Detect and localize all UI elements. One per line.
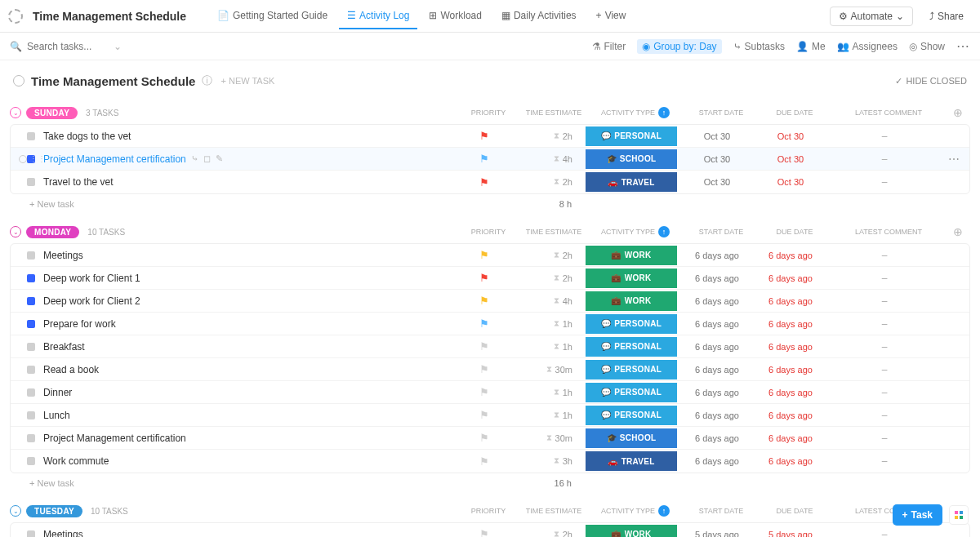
time-estimate[interactable]: ⧗2h [517, 131, 582, 141]
priority-flag[interactable]: ⚑ [452, 295, 517, 307]
latest-comment[interactable]: – [827, 410, 942, 421]
col-priority[interactable]: PRIORITY [456, 228, 521, 236]
time-estimate[interactable]: ⧗2h [517, 530, 582, 538]
col-priority[interactable]: PRIORITY [456, 507, 521, 515]
col-time-estimate[interactable]: TIME ESTIMATE [521, 109, 586, 117]
add-column-button[interactable]: ⊕ [946, 106, 970, 119]
activity-type-cell[interactable]: 🎓SCHOOL [582, 428, 680, 448]
start-date[interactable]: 6 days ago [680, 433, 754, 443]
priority-flag[interactable]: ⚑ [452, 455, 517, 468]
col-start-date[interactable]: START DATE [684, 228, 758, 236]
time-estimate[interactable]: ⧗30m [517, 365, 582, 375]
col-due-date[interactable]: DUE DATE [758, 109, 831, 117]
task-name[interactable]: Deep work for Client 2 [40, 295, 452, 307]
due-date[interactable]: 6 days ago [754, 251, 827, 260]
task-status[interactable] [11, 320, 40, 328]
time-estimate[interactable]: ⧗4h [517, 154, 582, 164]
start-date[interactable]: 6 days ago [680, 411, 754, 420]
task-row[interactable]: Lunch ⚑ ⧗1h 💬PERSONAL 6 days ago 6 days … [11, 404, 969, 427]
col-latest-comment[interactable]: LATEST COMMENT [831, 109, 946, 117]
show-button[interactable]: ◎Show [909, 41, 945, 52]
group-collapse-icon[interactable]: ⌄ [10, 505, 21, 517]
task-status[interactable] [11, 530, 40, 538]
task-row[interactable]: Take dogs to the vet ⚑ ⧗2h 💬PERSONAL Oct… [11, 125, 969, 148]
task-status[interactable] [11, 366, 40, 374]
latest-comment[interactable]: – [827, 433, 942, 444]
due-date[interactable]: 6 days ago [754, 273, 827, 283]
priority-flag[interactable]: ⚑ [452, 130, 517, 142]
col-priority[interactable]: PRIORITY [456, 109, 521, 117]
time-estimate[interactable]: ⧗3h [517, 456, 582, 466]
start-date[interactable]: 6 days ago [680, 456, 754, 466]
new-task-button[interactable]: + New task [10, 478, 451, 488]
activity-type-cell[interactable]: 💼WORK [582, 268, 680, 288]
tab-add-view[interactable]: + View [588, 3, 635, 29]
time-estimate[interactable]: ⧗1h [517, 319, 582, 329]
circle-icon[interactable] [19, 155, 27, 163]
task-name[interactable]: Read a book [40, 364, 452, 375]
task-row[interactable]: ⋮⋮ Project Management certification⤷◻✎ ⚑… [11, 148, 969, 171]
task-row[interactable]: Dinner ⚑ ⧗1h 💬PERSONAL 6 days ago 6 days… [11, 381, 969, 404]
group-badge[interactable]: MONDAY [26, 226, 79, 238]
col-start-date[interactable]: START DATE [684, 507, 758, 515]
col-latest-comment[interactable]: LATEST COMMENT [831, 228, 946, 236]
col-time-estimate[interactable]: TIME ESTIMATE [521, 507, 586, 515]
subtasks-button[interactable]: ⤷Subtasks [733, 41, 785, 52]
col-due-date[interactable]: DUE DATE [758, 228, 831, 236]
time-estimate[interactable]: ⧗2h [517, 177, 582, 187]
priority-flag[interactable]: ⚑ [452, 317, 517, 330]
due-date[interactable]: 6 days ago [754, 319, 827, 329]
time-estimate[interactable]: ⧗1h [517, 388, 582, 397]
group-by-button[interactable]: ◉Group by: Day [637, 39, 721, 54]
activity-type-cell[interactable]: 💼WORK [582, 525, 680, 538]
col-time-estimate[interactable]: TIME ESTIMATE [521, 228, 586, 236]
info-icon[interactable]: ⓘ [202, 73, 212, 88]
tab-workload[interactable]: ⊞ Workload [421, 3, 489, 29]
due-date[interactable]: 6 days ago [754, 433, 827, 443]
priority-flag[interactable]: ⚑ [452, 340, 517, 353]
group-badge[interactable]: SUNDAY [26, 107, 78, 119]
activity-type-cell[interactable]: 💬PERSONAL [582, 360, 680, 379]
activity-type-cell[interactable]: 💬PERSONAL [582, 383, 680, 402]
task-row[interactable]: Deep work for Client 1 ⚑ ⧗2h 💼WORK 6 day… [11, 267, 969, 290]
due-date[interactable]: 6 days ago [754, 456, 827, 466]
latest-comment[interactable]: – [827, 387, 942, 398]
task-row[interactable]: Work commute ⚑ ⧗3h 🚗TRAVEL 6 days ago 6 … [11, 450, 969, 473]
latest-comment[interactable]: – [827, 529, 942, 538]
drag-icon[interactable]: ⋮⋮ [29, 154, 46, 163]
latest-comment[interactable]: – [827, 318, 942, 330]
task-row[interactable]: Prepare for work ⚑ ⧗1h 💬PERSONAL 6 days … [11, 313, 969, 335]
due-date[interactable]: 6 days ago [754, 411, 827, 420]
due-date[interactable]: 6 days ago [754, 342, 827, 352]
new-task-top-button[interactable]: + NEW TASK [220, 76, 274, 86]
activity-type-cell[interactable]: 🚗TRAVEL [582, 451, 680, 471]
priority-flag[interactable]: ⚑ [452, 528, 517, 537]
activity-type-cell[interactable]: 💬PERSONAL [582, 314, 680, 334]
task-name[interactable]: Project Management certification⤷◻✎ [40, 153, 452, 165]
latest-comment[interactable]: – [827, 341, 942, 353]
hide-closed-button[interactable]: ✓HIDE CLOSED [895, 76, 967, 87]
task-status[interactable] [11, 457, 40, 465]
start-date[interactable]: Oct 30 [680, 154, 754, 164]
time-estimate[interactable]: ⧗1h [517, 411, 582, 420]
due-date[interactable]: Oct 30 [754, 131, 827, 141]
start-date[interactable]: 6 days ago [680, 342, 754, 352]
task-status[interactable] [11, 251, 40, 260]
task-row[interactable]: Read a book ⚑ ⧗30m 💬PERSONAL 6 days ago … [11, 358, 969, 381]
task-row[interactable]: Meetings ⚑ ⧗2h 💼WORK 6 days ago 6 days a… [11, 244, 969, 267]
due-date[interactable]: 5 days ago [754, 530, 827, 538]
due-date[interactable]: Oct 30 [754, 177, 827, 187]
activity-type-cell[interactable]: 💬PERSONAL [582, 406, 680, 425]
tab-daily-activities[interactable]: ▦ Daily Activities [493, 3, 585, 29]
task-name[interactable]: Dinner [40, 387, 452, 398]
due-date[interactable]: Oct 30 [754, 154, 827, 164]
time-estimate[interactable]: ⧗1h [517, 342, 582, 352]
col-activity-type[interactable]: ACTIVITY TYPE↑ [586, 107, 684, 118]
task-name[interactable]: Take dogs to the vet [40, 131, 452, 142]
start-date[interactable]: 5 days ago [680, 530, 754, 538]
task-status[interactable] [11, 343, 40, 351]
task-row[interactable]: Travel to the vet ⚑ ⧗2h 🚗TRAVEL Oct 30 O… [11, 171, 969, 193]
list-status-icon[interactable] [13, 75, 24, 87]
latest-comment[interactable]: – [827, 250, 942, 261]
task-status[interactable] [11, 434, 40, 442]
